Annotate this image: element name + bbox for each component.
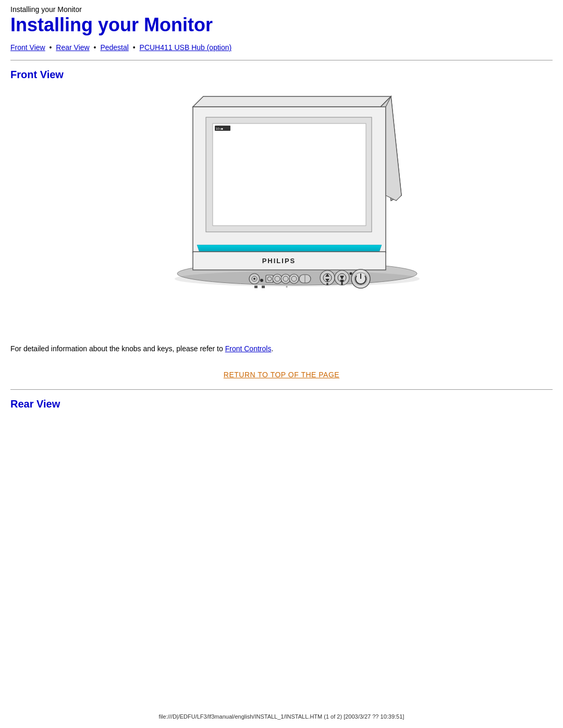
monitor-svg-container: 10+■ — [125, 91, 438, 327]
monitor-diagram: 10+■ — [10, 91, 553, 327]
nav-front-view-link[interactable]: Front View — [10, 43, 45, 52]
nav-pedestal-link[interactable]: Pedestal — [100, 43, 128, 52]
front-view-description: For detailed information about the knobs… — [10, 343, 553, 354]
svg-text:10+■: 10+■ — [216, 127, 223, 130]
footer-text: file:///D|/EDFU/LF3/lf3manual/english/IN… — [159, 713, 405, 720]
bullet-2: • — [94, 43, 96, 52]
return-to-top-container: RETURN TO TOP OF THE PAGE — [10, 371, 553, 379]
svg-marker-42 — [386, 96, 401, 201]
front-view-section: Front View 10+■ — [10, 69, 553, 378]
svg-marker-0 — [193, 96, 391, 107]
divider-2 — [10, 389, 553, 390]
front-view-title: Front View — [10, 69, 553, 81]
rear-view-section: Rear View — [10, 398, 553, 566]
rear-view-content-area — [10, 421, 553, 566]
svg-rect-4 — [213, 124, 366, 226]
front-controls-link[interactable]: Front Controls — [225, 344, 272, 353]
bullet-3: • — [133, 43, 136, 52]
svg-text:PHILIPS: PHILIPS — [262, 257, 296, 265]
nav-pcuh411-link[interactable]: PCUH411 USB Hub (option) — [140, 43, 232, 52]
breadcrumb-text: Installing your Monitor — [10, 5, 82, 14]
rear-view-title: Rear View — [10, 398, 553, 410]
description-prefix: For detailed information about the knobs… — [10, 344, 225, 353]
breadcrumb: Installing your Monitor — [10, 5, 553, 14]
footer-bar: file:///D|/EDFU/LF3/lf3manual/english/IN… — [0, 713, 563, 720]
page-title: Installing your Monitor — [10, 14, 553, 36]
svg-point-43 — [175, 271, 420, 287]
description-suffix: . — [271, 344, 273, 353]
bullet-1: • — [50, 43, 52, 52]
return-to-top-link[interactable]: RETURN TO TOP OF THE PAGE — [224, 371, 339, 379]
nav-rear-view-link[interactable]: Rear View — [56, 43, 89, 52]
nav-links: Front View • Rear View • Pedestal • PCUH… — [10, 43, 553, 52]
divider-1 — [10, 60, 553, 60]
